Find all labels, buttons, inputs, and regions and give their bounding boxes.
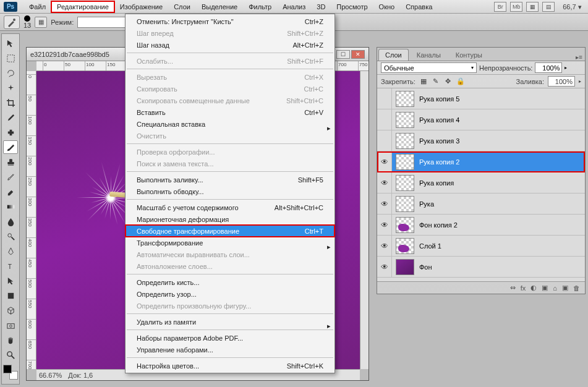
visibility-toggle[interactable] <box>377 88 392 109</box>
3d-tool[interactable] <box>3 304 18 317</box>
layer-name[interactable]: Слой 1 <box>418 242 585 250</box>
brush-tool[interactable] <box>3 140 18 154</box>
menu-item[interactable]: Шаг назадAlt+Ctrl+Z <box>126 39 334 51</box>
layer-action-icon[interactable]: ⌂ <box>553 284 557 292</box>
vertical-scrollbar[interactable] <box>360 71 369 369</box>
layer-row[interactable]: 👁Фон копия 2 <box>377 215 585 236</box>
menu-item[interactable]: Отменить: Инструмент "Кисть"Ctrl+Z <box>126 15 334 27</box>
launcher-icon[interactable]: ▤ <box>542 2 555 12</box>
layer-name[interactable]: Рука копия 4 <box>418 116 585 124</box>
layer-action-icon[interactable]: ◐ <box>530 284 537 292</box>
layer-thumbnail[interactable] <box>396 175 414 191</box>
layer-action-icon[interactable]: ▣ <box>562 284 568 292</box>
launcher-icon[interactable]: ▦ <box>526 2 539 12</box>
layer-name[interactable]: Фон копия 2 <box>418 221 585 229</box>
lock-pixels-icon[interactable]: ✎ <box>432 77 440 86</box>
visibility-toggle[interactable] <box>377 130 392 151</box>
layer-name[interactable]: Рука <box>418 200 585 208</box>
layer-action-icon[interactable]: 🗑 <box>573 284 580 292</box>
menu-изображение[interactable]: Изображение <box>114 1 168 12</box>
brush-size-indicator[interactable]: 13 <box>23 15 31 29</box>
menu-просмотр[interactable]: Просмотр <box>331 1 373 12</box>
visibility-toggle[interactable]: 👁 <box>377 172 392 193</box>
heal-tool[interactable] <box>3 125 18 139</box>
pen-tool[interactable] <box>3 244 18 258</box>
gradient-tool[interactable] <box>3 200 18 213</box>
zoom-indicator[interactable]: 66,7 ▾ <box>563 2 582 11</box>
layer-row[interactable]: 👁Слой 1 <box>377 236 585 257</box>
layer-row[interactable]: 👁Рука копия <box>377 172 585 194</box>
menu-item[interactable]: Масштаб с учетом содержимогоAlt+Shift+Ct… <box>126 202 334 213</box>
visibility-toggle[interactable]: 👁 <box>377 194 392 214</box>
layer-thumbnail[interactable] <box>396 196 414 212</box>
dodge-tool[interactable] <box>3 229 18 243</box>
menu-item[interactable]: Настройка цветов...Shift+Ctrl+K <box>126 360 334 372</box>
launcher-icon[interactable]: Br <box>494 2 506 12</box>
visibility-toggle[interactable] <box>377 109 392 130</box>
layer-thumbnail[interactable] <box>396 91 414 107</box>
camera-tool[interactable] <box>3 318 18 332</box>
zoom-tool[interactable] <box>3 348 18 362</box>
blend-mode-select[interactable]: Обычные <box>381 62 477 73</box>
close-button[interactable]: ✕ <box>351 50 365 59</box>
menu-item[interactable]: Определить кисть... <box>126 276 334 288</box>
lock-position-icon[interactable]: ✥ <box>444 77 453 86</box>
layer-name[interactable]: Рука копия 5 <box>418 95 585 103</box>
maximize-button[interactable]: ☐ <box>336 50 350 59</box>
menu-выделение[interactable]: Выделение <box>196 1 243 12</box>
menu-фильтр[interactable]: Фильтр <box>243 1 277 12</box>
path-select-tool[interactable] <box>3 274 18 287</box>
lock-all-icon[interactable]: 🔒 <box>456 77 465 86</box>
layer-row[interactable]: Рука копия 3 <box>377 130 585 151</box>
layer-name[interactable]: Фон <box>418 263 585 271</box>
panel-menu-icon[interactable]: ▸≡ <box>576 54 582 61</box>
layer-thumbnail[interactable] <box>396 217 414 233</box>
menu-слои[interactable]: Слои <box>168 1 196 12</box>
layer-row[interactable]: 👁Рука копия 2 <box>377 151 585 172</box>
panel-tab[interactable]: Контуры <box>449 49 489 61</box>
move-tool[interactable] <box>3 36 18 50</box>
layer-thumbnail[interactable] <box>396 112 414 128</box>
layer-row[interactable]: Рука копия 4 <box>377 109 585 130</box>
menu-item[interactable]: Определить узор... <box>126 288 334 300</box>
lock-transparency-icon[interactable]: ▦ <box>419 77 428 86</box>
launcher-icon[interactable]: Mb <box>510 2 522 12</box>
layer-thumbnail[interactable] <box>396 238 414 254</box>
layer-thumbnail[interactable] <box>396 154 414 170</box>
visibility-toggle[interactable]: 👁 <box>377 257 392 277</box>
crop-tool[interactable] <box>3 96 18 109</box>
layer-thumbnail[interactable] <box>396 259 414 275</box>
menu-item[interactable]: Управление наборами... <box>126 344 334 355</box>
menu-анализ[interactable]: Анализ <box>277 1 311 12</box>
layer-name[interactable]: Рука копия 3 <box>418 137 585 145</box>
eyedropper-tool[interactable] <box>3 111 18 124</box>
visibility-toggle[interactable]: 👁 <box>377 236 392 256</box>
layer-row[interactable]: 👁Рука <box>377 194 585 215</box>
lasso-tool[interactable] <box>3 66 18 80</box>
layer-row[interactable]: 👁Фон <box>377 257 585 278</box>
marquee-tool[interactable] <box>3 51 18 65</box>
menu-окно[interactable]: Окно <box>373 1 401 12</box>
menu-item[interactable]: Удалить из памяти <box>126 316 334 328</box>
menu-item[interactable]: Выполнить обводку... <box>126 185 334 197</box>
menu-справка[interactable]: Справка <box>400 1 438 12</box>
menu-item[interactable]: Свободное трансформированиеCtrl+T <box>126 225 334 237</box>
type-tool[interactable]: T <box>3 259 18 273</box>
menu-item[interactable]: Трансформирование <box>126 237 334 249</box>
panel-tab[interactable]: Каналы <box>410 49 448 61</box>
visibility-toggle[interactable]: 👁 <box>377 151 392 172</box>
status-doc-size[interactable]: Док: 1,6 <box>68 372 93 379</box>
menu-item[interactable]: Специальная вставка <box>126 118 334 130</box>
layer-name[interactable]: Рука копия 2 <box>418 158 585 166</box>
menu-редактирование[interactable]: Редактирование <box>51 1 114 12</box>
visibility-toggle[interactable]: 👁 <box>377 215 392 235</box>
tool-preset-picker[interactable] <box>4 15 20 29</box>
layer-action-icon[interactable]: ⇔ <box>510 284 516 292</box>
menu-item[interactable]: Марионеточная деформация <box>126 213 334 225</box>
layer-name[interactable]: Рука копия <box>418 179 585 187</box>
layer-row[interactable]: Рука копия 5 <box>377 88 585 109</box>
fill-input[interactable]: 100% <box>548 76 575 87</box>
layer-action-icon[interactable]: ▣ <box>542 284 548 292</box>
color-swatches[interactable] <box>3 365 18 380</box>
wand-tool[interactable] <box>3 81 18 95</box>
